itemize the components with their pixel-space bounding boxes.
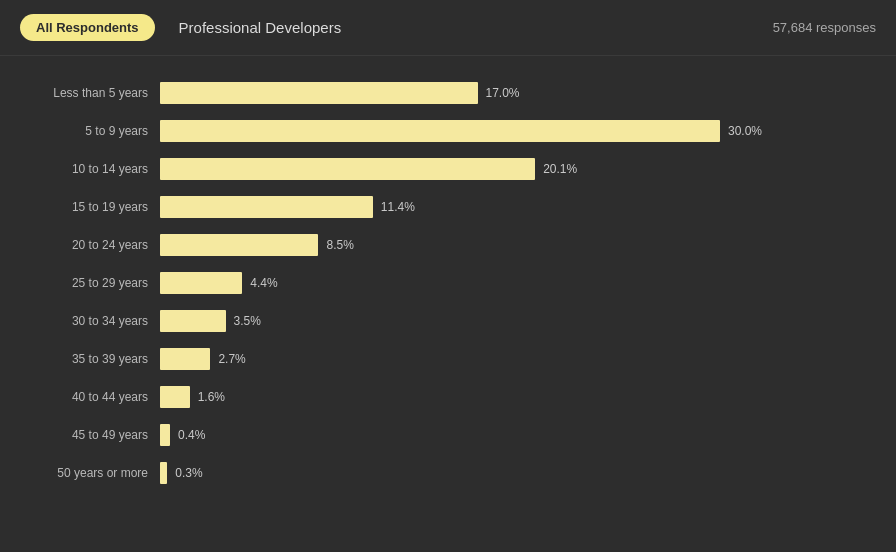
bar-label: 25 to 29 years: [20, 276, 160, 290]
bar-fill: [160, 310, 226, 332]
bar-container: 0.4%: [160, 424, 876, 446]
bar-container: 1.6%: [160, 386, 876, 408]
bar-row: 20 to 24 years8.5%: [20, 228, 876, 262]
bar-row: 40 to 44 years1.6%: [20, 380, 876, 414]
bar-container: 30.0%: [160, 120, 876, 142]
bar-value: 11.4%: [381, 200, 415, 214]
bar-value: 20.1%: [543, 162, 577, 176]
bar-label: 15 to 19 years: [20, 200, 160, 214]
bar-value: 4.4%: [250, 276, 277, 290]
bar-label: 50 years or more: [20, 466, 160, 480]
header: All Respondents Professional Developers …: [0, 0, 896, 56]
all-respondents-button[interactable]: All Respondents: [20, 14, 155, 41]
bar-fill: [160, 386, 190, 408]
bar-fill: [160, 158, 535, 180]
bar-fill: [160, 462, 167, 484]
bar-fill: [160, 348, 210, 370]
bar-container: 17.0%: [160, 82, 876, 104]
bar-label: 10 to 14 years: [20, 162, 160, 176]
bar-label: 35 to 39 years: [20, 352, 160, 366]
bar-row: 5 to 9 years30.0%: [20, 114, 876, 148]
bar-value: 2.7%: [218, 352, 245, 366]
bar-container: 0.3%: [160, 462, 876, 484]
bar-container: 4.4%: [160, 272, 876, 294]
bar-value: 17.0%: [486, 86, 520, 100]
bar-fill: [160, 272, 242, 294]
bar-row: 45 to 49 years0.4%: [20, 418, 876, 452]
bar-label: 5 to 9 years: [20, 124, 160, 138]
response-count: 57,684 responses: [773, 20, 876, 35]
bar-row: 50 years or more0.3%: [20, 456, 876, 490]
bar-fill: [160, 120, 720, 142]
bar-row: 10 to 14 years20.1%: [20, 152, 876, 186]
bar-value: 0.4%: [178, 428, 205, 442]
bar-fill: [160, 196, 373, 218]
bar-fill: [160, 234, 318, 256]
bar-container: 3.5%: [160, 310, 876, 332]
bar-fill: [160, 82, 478, 104]
professional-developers-label: Professional Developers: [179, 19, 342, 36]
bar-value: 3.5%: [234, 314, 261, 328]
bar-container: 2.7%: [160, 348, 876, 370]
chart-area: Less than 5 years17.0%5 to 9 years30.0%1…: [0, 56, 896, 552]
bars-container: Less than 5 years17.0%5 to 9 years30.0%1…: [20, 76, 876, 490]
bar-row: 30 to 34 years3.5%: [20, 304, 876, 338]
bar-label: Less than 5 years: [20, 86, 160, 100]
bar-label: 30 to 34 years: [20, 314, 160, 328]
bar-container: 8.5%: [160, 234, 876, 256]
bar-value: 8.5%: [326, 238, 353, 252]
bar-value: 1.6%: [198, 390, 225, 404]
bar-fill: [160, 424, 170, 446]
bar-label: 45 to 49 years: [20, 428, 160, 442]
bar-row: 15 to 19 years11.4%: [20, 190, 876, 224]
bar-value: 30.0%: [728, 124, 762, 138]
bar-row: Less than 5 years17.0%: [20, 76, 876, 110]
bar-value: 0.3%: [175, 466, 202, 480]
bar-container: 11.4%: [160, 196, 876, 218]
bar-row: 25 to 29 years4.4%: [20, 266, 876, 300]
bar-label: 20 to 24 years: [20, 238, 160, 252]
bar-label: 40 to 44 years: [20, 390, 160, 404]
bar-row: 35 to 39 years2.7%: [20, 342, 876, 376]
bar-container: 20.1%: [160, 158, 876, 180]
